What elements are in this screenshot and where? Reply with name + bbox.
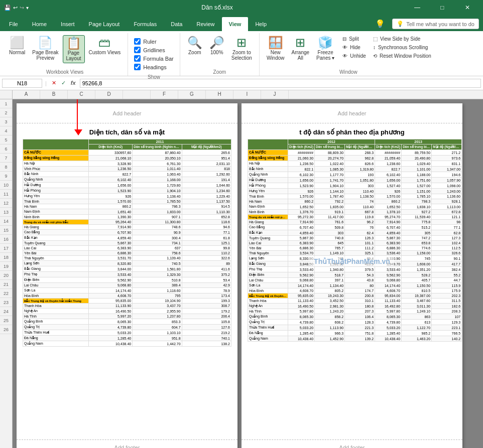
cell[interactable]: 119.8: [345, 215, 375, 220]
cell-v3[interactable]: 77.1: [182, 230, 231, 235]
col-h[interactable]: H: [206, 90, 233, 99]
cell-v1[interactable]: 21,068.10: [89, 156, 133, 161]
zoom-button[interactable]: 🔍 Zoom: [184, 35, 205, 57]
cell[interactable]: 95,835.00: [288, 293, 315, 298]
cell-v1[interactable]: 1,656.00: [89, 183, 133, 188]
cell[interactable]: 95,834.00: [375, 293, 402, 298]
cell[interactable]: 14,174.40: [375, 283, 402, 288]
cell[interactable]: 101.1: [345, 241, 375, 246]
cell-v1[interactable]: 1,651.40: [89, 209, 133, 215]
cell-v3[interactable]: 94.6: [182, 225, 231, 230]
cell[interactable]: 6,383.90: [288, 241, 315, 246]
cell[interactable]: 1,751.60: [402, 178, 432, 183]
cell[interactable]: 9,562.90: [288, 272, 315, 278]
cell-v1[interactable]: 8,320.80: [89, 261, 133, 266]
cell[interactable]: 740.8: [315, 236, 345, 241]
cell-v3[interactable]: 265.6: [182, 150, 231, 156]
cell[interactable]: 1,101.00: [402, 167, 432, 172]
customize-qat-icon[interactable]: ▾: [26, 5, 29, 11]
cell[interactable]: 962.8: [345, 156, 375, 161]
cell-v2[interactable]: 748.6: [133, 225, 182, 230]
split-button[interactable]: ⊟ Split: [340, 35, 368, 43]
cell-v2[interactable]: 19,104.90: [133, 298, 182, 304]
cell-v2[interactable]: 1,063.40: [133, 172, 182, 177]
cell[interactable]: 80: [345, 283, 375, 288]
col-a[interactable]: A: [13, 90, 40, 99]
cell[interactable]: 1,243.20: [315, 309, 345, 314]
cell[interactable]: 326.6: [432, 251, 462, 256]
headings-checkbox[interactable]: Headings: [134, 64, 174, 70]
cell-v3[interactable]: 110.2: [182, 251, 231, 256]
cell-v1[interactable]: 9,562.90: [89, 277, 133, 283]
cell[interactable]: 7,914.90: [288, 220, 315, 225]
cell[interactable]: 1,134.40: [315, 283, 345, 288]
cell[interactable]: 810.5: [402, 288, 432, 293]
cell-v1[interactable]: 5,997.20: [89, 314, 133, 319]
cell-v2[interactable]: 604.7: [133, 325, 182, 330]
cell-v3[interactable]: 125.1: [182, 241, 231, 246]
cell-v1[interactable]: 6,707.90: [89, 230, 133, 235]
cell-v3[interactable]: 61.8: [182, 235, 231, 241]
cell[interactable]: 927.2: [402, 210, 432, 215]
normal-button[interactable]: ⬜ Normal: [6, 35, 28, 57]
cell[interactable]: 1,463.20: [402, 336, 432, 342]
cell[interactable]: 202.3: [432, 293, 462, 298]
cell[interactable]: 1,319.80: [345, 167, 375, 172]
cell[interactable]: 5,033.20: [375, 325, 402, 331]
cell-v1[interactable]: 95,264.40: [89, 220, 133, 225]
cell[interactable]: 193: [345, 172, 375, 178]
cell[interactable]: 111.2: [345, 246, 375, 251]
cell[interactable]: 3,536.40: [375, 251, 402, 256]
col-g[interactable]: G: [178, 90, 206, 99]
cell-v2[interactable]: 734.1: [133, 241, 182, 246]
cell[interactable]: 62.8: [432, 230, 462, 236]
cell-v1[interactable]: 14,174.40: [89, 288, 133, 293]
cell-v3[interactable]: 191.4: [182, 177, 231, 183]
page-1-footer[interactable]: Add footer: [17, 439, 237, 448]
cell-v2[interactable]: 6,761.30: [133, 161, 182, 167]
cell[interactable]: 1,150.50: [402, 283, 432, 288]
cell[interactable]: 985.2: [402, 331, 432, 336]
cell[interactable]: 1,608.00: [402, 261, 432, 267]
formula-bar-check[interactable]: [134, 55, 141, 62]
cell-v1[interactable]: 3,531.70: [89, 256, 133, 261]
cell[interactable]: 1,029.40: [402, 161, 432, 167]
cell[interactable]: 98: [432, 220, 462, 225]
cell-v1[interactable]: 4,859.40: [89, 235, 133, 241]
cell[interactable]: 182.6: [432, 304, 462, 309]
reset-window-position-button[interactable]: ⟲ Reset Window Position: [371, 52, 433, 60]
cell[interactable]: 112.5: [432, 246, 462, 251]
tab-data[interactable]: Data: [164, 17, 189, 31]
cell[interactable]: 826.6: [345, 161, 375, 167]
cell[interactable]: 3,533.40: [375, 267, 402, 272]
save-icon[interactable]: 💾: [4, 5, 11, 11]
cell[interactable]: 208.3: [432, 309, 462, 314]
page-2-footer[interactable]: Add footer: [241, 439, 462, 448]
cell[interactable]: 55.2: [432, 272, 462, 278]
arrange-all-button[interactable]: ⊞ ArrangeAll: [289, 35, 313, 62]
cell[interactable]: 89,759.50: [402, 150, 432, 156]
cell[interactable]: 1,158.00: [402, 251, 432, 256]
cell-v3[interactable]: 2,031.10: [182, 161, 231, 167]
col-d[interactable]: D: [95, 90, 123, 99]
cell[interactable]: ########: [288, 150, 315, 156]
cell[interactable]: 268.3: [345, 150, 375, 156]
view-side-by-side-button[interactable]: ⬚ View Side by Side: [371, 35, 433, 43]
col-j[interactable]: J: [261, 90, 289, 99]
cell-v3[interactable]: 411.6: [182, 266, 231, 272]
cell[interactable]: 207.3: [345, 309, 375, 314]
cell-v1[interactable]: 8,065.30: [89, 319, 133, 325]
cell[interactable]: 10,438.40: [288, 336, 315, 342]
cell[interactable]: 303: [345, 183, 375, 189]
synchronous-scrolling-button[interactable]: ↕ Synchronous Scrolling: [371, 44, 433, 51]
cell[interactable]: 831.1: [432, 161, 462, 167]
cell[interactable]: 194.6: [432, 172, 462, 178]
cell[interactable]: 528.2: [402, 272, 432, 278]
cell-v1[interactable]: 4,739.80: [89, 325, 133, 330]
cell-v3[interactable]: 219.2: [182, 330, 231, 336]
cell[interactable]: 110.40: [345, 189, 375, 194]
cell[interactable]: 613: [402, 320, 432, 325]
tab-view[interactable]: View: [222, 17, 249, 31]
cell-v3[interactable]: 179.2: [182, 309, 231, 314]
cell[interactable]: 43.8: [345, 278, 375, 283]
